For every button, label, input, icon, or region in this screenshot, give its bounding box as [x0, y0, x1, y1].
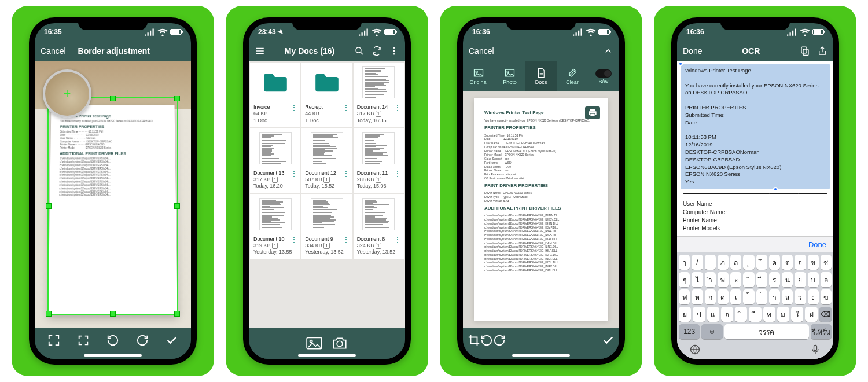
filter-tab-clear[interactable]: Clear [557, 61, 588, 91]
key[interactable]: ะ [730, 272, 741, 287]
sync-icon[interactable] [372, 46, 382, 56]
key[interactable]: ท [763, 307, 775, 322]
rotate-ccw-icon[interactable] [106, 334, 119, 347]
filter-tab-original[interactable]: Original [463, 61, 494, 91]
crop-handle-l[interactable] [46, 203, 52, 209]
doc-more-icon[interactable]: ⋮ [393, 106, 402, 109]
crop-icon[interactable] [468, 334, 480, 347]
gallery-icon[interactable] [306, 336, 323, 351]
key[interactable]: ง [808, 289, 819, 304]
key[interactable]: า [769, 289, 780, 304]
more-icon[interactable] [389, 46, 399, 56]
key[interactable]: ฟ [679, 289, 690, 304]
rotate-cw-icon[interactable] [136, 334, 149, 347]
key[interactable]: ห [692, 289, 703, 304]
key[interactable]: ึ [756, 255, 767, 270]
key[interactable]: ำ [705, 272, 716, 287]
key[interactable]: ั [743, 272, 754, 287]
key[interactable]: ุ [743, 255, 754, 270]
key[interactable]: น [782, 272, 793, 287]
rotate-ccw-icon[interactable] [480, 334, 493, 347]
key[interactable]: ต [782, 255, 793, 270]
check-icon[interactable] [602, 334, 615, 347]
key[interactable]: เ [730, 289, 741, 304]
key[interactable]: ก [705, 289, 716, 304]
key-space[interactable]: วรรค [724, 324, 809, 339]
key-123[interactable]: 123 [679, 324, 700, 339]
doc-more-icon[interactable]: ⋮ [290, 106, 298, 109]
key[interactable]: ื [749, 307, 761, 322]
crop-handle-tr[interactable] [174, 95, 180, 101]
docs-grid[interactable]: Invoice64 KB1 Doc⋮Reciept44 KB1 Doc⋮Docu… [249, 61, 405, 328]
doc-more-icon[interactable]: ⋮ [393, 238, 402, 241]
key[interactable]: จ [795, 255, 806, 270]
bw-toggle[interactable] [595, 69, 612, 78]
ctx-translate[interactable]: Translate [770, 193, 799, 194]
key[interactable]: ร [769, 272, 780, 287]
key[interactable]: ล [821, 272, 832, 287]
key[interactable]: ไ [692, 272, 703, 287]
key[interactable]: พ [718, 272, 729, 287]
doc-more-icon[interactable]: ⋮ [342, 106, 350, 109]
globe-icon[interactable] [689, 344, 701, 355]
doc-cell[interactable]: Document 12507 KB 1Today, 15:52⋮ [301, 128, 352, 193]
crop-handle-b[interactable] [110, 311, 116, 317]
filter-tab-bw[interactable]: B/W [588, 61, 619, 91]
document-viewport[interactable]: Windows Printer Test Page You have corre… [463, 91, 619, 328]
key[interactable]: ป [693, 307, 705, 322]
key[interactable]: ม [777, 307, 789, 322]
doc-cell[interactable]: Invoice64 KB1 Doc⋮ [250, 63, 300, 127]
camera-icon[interactable] [331, 336, 348, 351]
key[interactable]: ด [718, 289, 729, 304]
doc-cell[interactable]: Document 14317 KB 1Today, 16:35⋮ [354, 63, 404, 127]
key[interactable]: บ [808, 272, 819, 287]
key[interactable]: _ [705, 255, 716, 270]
selection-handle-end[interactable] [773, 187, 778, 192]
key[interactable]: / [692, 255, 703, 270]
ocr-selection[interactable]: Windows Printer Test Page You have corec… [681, 64, 830, 189]
key[interactable]: แ [707, 307, 719, 322]
doc-cell[interactable]: Document 9334 KB 1Yesterday, 13:52⋮ [301, 194, 352, 259]
doc-cell[interactable]: Document 13317 KB 1Today, 16:20⋮ [250, 128, 300, 193]
doc-cell[interactable]: Reciept44 KB1 Doc⋮ [301, 63, 352, 127]
check-icon[interactable] [165, 334, 178, 347]
menu-icon[interactable] [255, 46, 265, 56]
key[interactable]: ค [769, 255, 780, 270]
crop-handle-br[interactable] [174, 311, 180, 317]
key[interactable]: ๅ [679, 255, 690, 270]
fullscreen-icon[interactable] [77, 334, 90, 347]
crop-handle-bl[interactable] [46, 311, 52, 317]
done-button[interactable]: Done [683, 46, 702, 56]
doc-more-icon[interactable]: ⋮ [290, 172, 298, 175]
key-emoji[interactable]: ☺ [701, 324, 722, 339]
key[interactable]: ถ [730, 255, 741, 270]
key[interactable]: ใ [791, 307, 803, 322]
crop-handle-r[interactable] [174, 203, 180, 209]
share-icon[interactable] [817, 46, 827, 56]
doc-cell[interactable]: Document 10319 KB 1Yesterday, 13:55⋮ [250, 194, 300, 259]
selection-handle-start[interactable] [678, 61, 683, 66]
chevron-up-icon[interactable] [603, 46, 613, 56]
ctx-share[interactable]: Share… [799, 193, 827, 194]
keyboard-done-button[interactable]: Done [677, 236, 833, 252]
key[interactable]: ช [821, 255, 832, 270]
key[interactable]: ฝ [805, 307, 817, 322]
key[interactable]: ิ [735, 307, 747, 322]
key-return[interactable]: รีเทิร์น [811, 324, 832, 339]
key[interactable]: ผ [679, 307, 691, 322]
cancel-button[interactable]: Cancel [41, 46, 66, 56]
ocr-remaining-text[interactable]: User NameComputer Name:Printer Name:Prin… [677, 197, 833, 236]
key[interactable]: ภ [718, 255, 729, 270]
mic-icon[interactable] [810, 344, 821, 355]
doc-more-icon[interactable]: ⋮ [342, 172, 350, 175]
key[interactable]: ⌫ [819, 307, 832, 322]
doc-cell[interactable]: Document 11286 KB 1Today, 15:06⋮ [354, 128, 404, 193]
ctx-lookup[interactable]: Look Up [741, 193, 770, 194]
key[interactable]: ว [795, 289, 806, 304]
key[interactable]: ฃ [821, 289, 832, 304]
doc-more-icon[interactable]: ⋮ [290, 238, 298, 241]
rotate-cw-icon[interactable] [493, 334, 506, 347]
fit-icon[interactable] [47, 334, 60, 347]
key[interactable]: ้ [743, 289, 754, 304]
key[interactable]: ส [782, 289, 793, 304]
